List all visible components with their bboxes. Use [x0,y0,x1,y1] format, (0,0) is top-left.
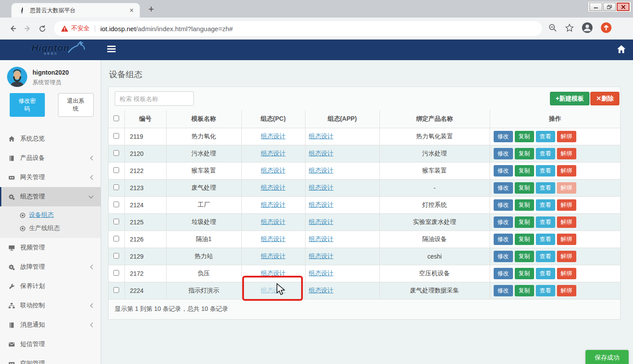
address-bar[interactable]: 不安全 | iot.idosp.net /admin/index.html?la… [54,21,542,36]
back-button[interactable] [8,24,17,33]
forward-button[interactable] [23,24,32,33]
search-input[interactable] [115,91,194,106]
view-button[interactable]: 查看 [536,285,555,296]
hamburger-menu-icon[interactable] [107,46,116,54]
browser-tab[interactable]: 思普云大数据平台 × [11,3,140,18]
copy-button[interactable]: 复制 [515,285,534,296]
sidebar-subitem[interactable]: 设备组态 [0,209,101,222]
sidebar-item[interactable]: 系统总览 [0,129,101,148]
copy-button[interactable]: 复制 [515,251,534,262]
view-button[interactable]: 查看 [536,199,555,211]
profile-avatar-icon[interactable] [582,22,593,35]
sidebar-item[interactable]: 短信管理 [0,335,101,354]
edit-button[interactable]: 修改 [494,165,513,177]
copy-button[interactable]: 复制 [515,148,534,159]
change-password-button[interactable]: 修改密码 [10,93,45,117]
copy-button[interactable]: 复制 [515,268,534,279]
app-config-link[interactable]: 组态设计 [309,133,334,140]
unbind-button[interactable]: 解绑 [557,268,576,279]
pc-config-link[interactable]: 组态设计 [261,287,286,294]
brand-logo[interactable]: Hignton 海格通信 [0,40,101,60]
edit-button[interactable]: 修改 [494,148,513,159]
restore-button[interactable] [603,3,616,11]
unbind-button[interactable]: 解绑 [557,148,576,159]
view-button[interactable]: 查看 [536,148,555,159]
edit-button[interactable]: 修改 [494,131,513,142]
pc-config-link[interactable]: 组态设计 [261,252,286,259]
sidebar-item[interactable]: 组态管理 [0,187,101,206]
pc-config-link[interactable]: 组态设计 [261,184,286,191]
sidebar-item[interactable]: 消息通知 [0,315,101,335]
view-button[interactable]: 查看 [536,165,555,177]
sidebar-item[interactable]: 产品设备 [0,148,101,168]
app-config-link[interactable]: 组态设计 [309,184,334,191]
app-config-link[interactable]: 组态设计 [309,235,334,242]
pc-config-link[interactable]: 组态设计 [261,167,286,174]
view-button[interactable]: 查看 [536,251,555,262]
sidebar-item[interactable]: 空间管理 [0,354,101,364]
row-checkbox[interactable] [113,253,119,259]
sidebar-item[interactable]: 故障管理 [0,257,101,277]
row-checkbox[interactable] [113,270,119,276]
zoom-out-icon[interactable] [548,23,557,34]
unbind-button[interactable]: 解绑 [557,131,576,142]
view-button[interactable]: 查看 [536,182,555,194]
sidebar-item[interactable]: 联动控制 [0,296,101,315]
pc-config-link[interactable]: 组态设计 [261,270,286,277]
update-browser-icon[interactable] [600,22,612,35]
row-checkbox[interactable] [113,133,119,139]
sidebar-item[interactable]: 保养计划 [0,277,101,296]
view-button[interactable]: 查看 [536,268,555,279]
row-checkbox[interactable] [113,167,119,173]
row-checkbox[interactable] [113,219,119,224]
app-config-link[interactable]: 组态设计 [309,218,334,225]
app-config-link[interactable]: 组态设计 [309,167,334,174]
delete-button[interactable]: ✕删除 [590,92,619,105]
pc-config-link[interactable]: 组态设计 [261,133,286,140]
edit-button[interactable]: 修改 [494,285,513,296]
unbind-button[interactable]: 解绑 [557,165,576,177]
row-checkbox[interactable] [113,184,119,190]
pc-config-link[interactable]: 组态设计 [261,235,286,242]
app-config-link[interactable]: 组态设计 [309,270,334,277]
row-checkbox[interactable] [113,202,119,207]
edit-button[interactable]: 修改 [494,199,513,211]
edit-button[interactable]: 修改 [494,268,513,279]
edit-button[interactable]: 修改 [494,251,513,262]
app-config-link[interactable]: 组态设计 [309,252,334,259]
sidebar-subitem[interactable]: 生产线组态 [0,222,101,235]
logout-button[interactable]: 退出系统 [58,93,94,117]
unbind-button[interactable]: 解绑 [557,251,576,262]
unbind-button[interactable]: 解绑 [557,285,576,296]
copy-button[interactable]: 复制 [515,199,534,211]
row-checkbox[interactable] [113,236,119,241]
edit-button[interactable]: 修改 [494,234,513,245]
copy-button[interactable]: 复制 [515,165,534,177]
select-all-checkbox[interactable] [113,115,119,121]
row-checkbox[interactable] [113,150,119,156]
new-tab-button[interactable]: + [145,4,157,16]
edit-button[interactable]: 修改 [494,216,513,228]
sidebar-item[interactable]: 网关管理 [0,168,101,187]
sidebar-item[interactable]: 视频管理 [0,238,101,257]
app-config-link[interactable]: 组态设计 [309,287,334,294]
row-checkbox[interactable] [113,287,119,293]
insecure-label[interactable]: 不安全 [71,25,90,32]
view-button[interactable]: 查看 [536,234,555,245]
close-button[interactable] [617,3,629,11]
copy-button[interactable]: 复制 [515,216,534,228]
copy-button[interactable]: 复制 [515,234,534,245]
unbind-button[interactable]: 解绑 [557,234,576,245]
pc-config-link[interactable]: 组态设计 [261,201,286,208]
unbind-button[interactable]: 解绑 [557,216,576,228]
copy-button[interactable]: 复制 [515,131,534,142]
app-config-link[interactable]: 组态设计 [309,201,334,208]
bookmark-star-icon[interactable] [565,23,574,34]
edit-button[interactable]: 修改 [494,182,513,194]
unbind-button[interactable]: 解绑 [557,199,576,211]
copy-button[interactable]: 复制 [515,182,534,194]
minimize-button[interactable] [589,3,602,11]
view-button[interactable]: 查看 [536,131,555,142]
pc-config-link[interactable]: 组态设计 [261,218,286,225]
pc-config-link[interactable]: 组态设计 [261,150,286,157]
